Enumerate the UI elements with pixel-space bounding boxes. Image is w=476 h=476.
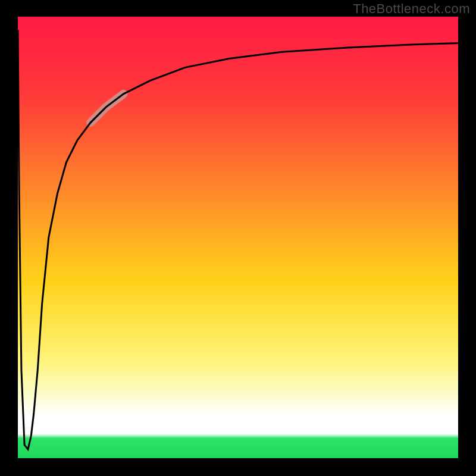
main-curve: [18, 30, 458, 449]
chart-curve-layer: [18, 17, 458, 458]
watermark-text: TheBottleneck.com: [353, 1, 470, 17]
